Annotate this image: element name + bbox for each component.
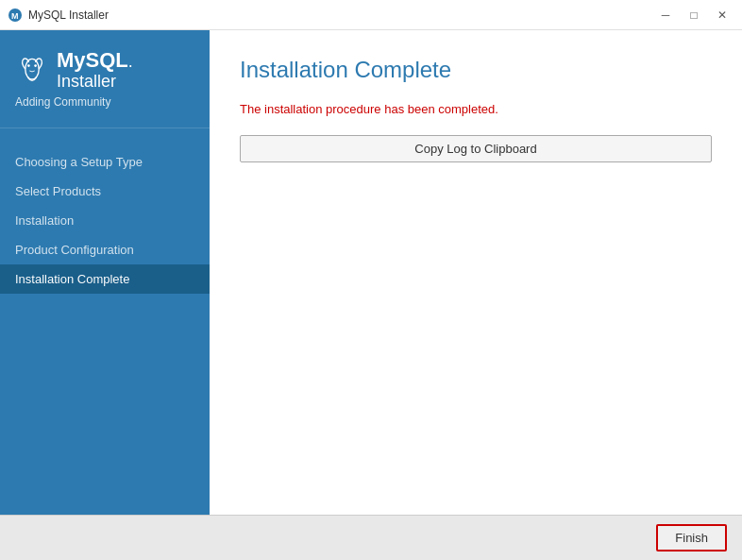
close-button[interactable]: ✕ — [710, 6, 734, 25]
minimize-button[interactable]: ─ — [653, 6, 678, 25]
sidebar-header: MySQL. Installer Adding Community — [0, 30, 210, 128]
main-window: MySQL. Installer Adding Community Choosi… — [0, 30, 742, 515]
finish-button[interactable]: Finish — [656, 524, 727, 552]
sidebar-item-product-config[interactable]: Product Configuration — [0, 235, 210, 264]
sidebar-item-label: Installation Complete — [15, 272, 129, 286]
page-title: Installation Complete — [240, 57, 712, 83]
sidebar-item-setup-type[interactable]: Choosing a Setup Type — [0, 147, 210, 177]
sidebar-item-select-products[interactable]: Select Products — [0, 177, 210, 206]
maximize-button[interactable]: □ — [682, 6, 706, 25]
sidebar: MySQL. Installer Adding Community Choosi… — [0, 30, 210, 515]
copy-log-button[interactable]: Copy Log to Clipboard — [240, 135, 712, 162]
adding-community-label: Adding Community — [15, 95, 194, 109]
title-bar-controls: ─ □ ✕ — [653, 6, 734, 25]
sidebar-item-label: Installation — [15, 213, 74, 228]
window-title: MySQL Installer — [28, 8, 109, 22]
svg-point-2 — [25, 59, 39, 79]
completion-message: The installation procedure has been comp… — [240, 102, 712, 116]
mysql-logo: MySQL. Installer — [15, 49, 194, 92]
svg-point-4 — [34, 64, 37, 67]
title-bar: M MySQL Installer ─ □ ✕ — [0, 0, 742, 30]
sidebar-item-installation-complete[interactable]: Installation Complete — [0, 264, 210, 294]
title-bar-left: M MySQL Installer — [8, 8, 109, 23]
sidebar-item-label: Product Configuration — [15, 243, 134, 257]
sidebar-item-installation[interactable]: Installation — [0, 206, 210, 235]
content-area: Installation Complete The installation p… — [210, 30, 742, 515]
svg-point-3 — [27, 64, 30, 67]
sidebar-item-label: Choosing a Setup Type — [15, 155, 143, 169]
installer-word: . — [128, 52, 133, 71]
dolphin-icon — [15, 54, 49, 88]
mysql-label: MySQL — [57, 48, 128, 72]
svg-text:M: M — [11, 11, 19, 21]
sidebar-item-label: Select Products — [15, 184, 101, 198]
app-icon: M — [8, 8, 23, 23]
bottom-bar: Finish — [0, 515, 742, 560]
mysql-text: MySQL. Installer — [57, 49, 133, 92]
sidebar-nav: Choosing a Setup Type Select Products In… — [0, 128, 210, 313]
mysql-brand: MySQL. — [57, 49, 133, 72]
installer-label: Installer — [57, 72, 133, 92]
